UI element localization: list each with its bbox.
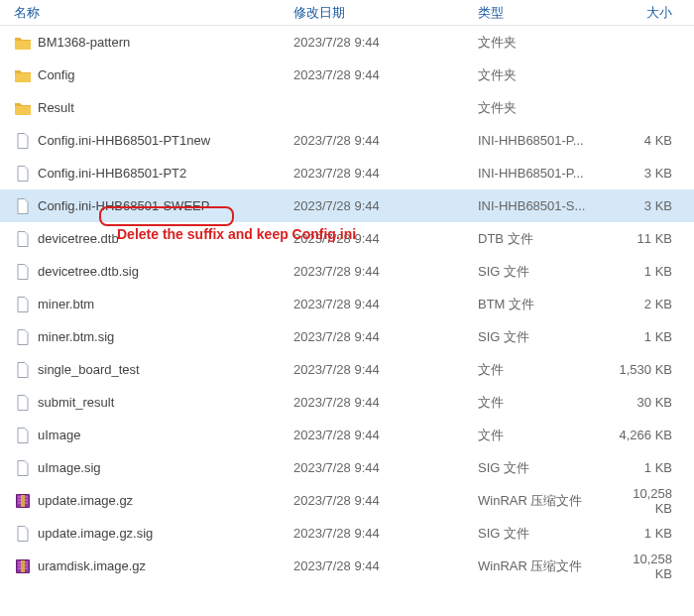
file-row[interactable]: Config2023/7/28 9:44文件夹 — [0, 59, 694, 91]
file-row[interactable]: submit_result2023/7/28 9:44文件30 KB — [0, 386, 694, 419]
file-name: devicetree.dtb.sig — [38, 264, 139, 279]
column-header-name[interactable]: 名称 — [0, 4, 293, 22]
file-type: BTM 文件 — [478, 296, 617, 313]
file-type: SIG 文件 — [478, 525, 617, 543]
file-date: 2023/7/28 9:44 — [293, 297, 478, 311]
file-row[interactable]: uImage.sig2023/7/28 9:44SIG 文件1 KB — [0, 451, 694, 484]
file-row[interactable]: uramdisk.image.gz2023/7/28 9:44WinRAR 压缩… — [0, 550, 694, 582]
file-row[interactable]: Config.ini-HHB68501-PT22023/7/28 9:44INI… — [0, 157, 694, 189]
column-header-date[interactable]: 修改日期 — [293, 4, 478, 22]
file-size: 10,258 KB — [617, 552, 680, 581]
file-row[interactable]: BM1368-pattern2023/7/28 9:44文件夹 — [0, 26, 694, 59]
file-name: update.image.gz.sig — [38, 526, 153, 541]
file-date: 2023/7/28 9:44 — [293, 493, 478, 508]
file-name: BM1368-pattern — [38, 35, 130, 50]
file-icon — [14, 394, 32, 412]
file-name: miner.btm — [38, 297, 94, 311]
file-size: 3 KB — [617, 198, 680, 213]
file-icon — [14, 459, 32, 477]
file-name: update.image.gz — [38, 493, 133, 508]
file-row[interactable]: miner.btm2023/7/28 9:44BTM 文件2 KB — [0, 288, 694, 320]
column-header-row: 名称 修改日期 类型 大小 — [0, 0, 694, 26]
svg-rect-11 — [21, 560, 25, 572]
file-date: 2023/7/28 9:44 — [293, 460, 478, 475]
file-date: 2023/7/28 9:44 — [293, 362, 478, 377]
file-name: Result — [38, 100, 74, 115]
file-name: devicetree.dtb — [38, 231, 119, 246]
file-size: 1 KB — [617, 264, 680, 279]
file-type: SIG 文件 — [478, 459, 617, 477]
file-row[interactable]: Config.ini-HHB68501-SWEEP2023/7/28 9:44I… — [0, 189, 694, 222]
file-date: 2023/7/28 9:44 — [293, 558, 478, 573]
file-type: INI-HHB68501-P... — [478, 166, 617, 181]
file-date: 2023/7/28 9:44 — [293, 428, 478, 442]
file-icon — [14, 165, 32, 183]
file-row[interactable]: devicetree.dtb.sig2023/7/28 9:44SIG 文件1 … — [0, 255, 694, 288]
file-type: 文件 — [478, 394, 617, 412]
file-list: BM1368-pattern2023/7/28 9:44文件夹Config202… — [0, 26, 694, 582]
file-date: 2023/7/28 9:44 — [293, 526, 478, 541]
file-type: 文件夹 — [478, 99, 617, 117]
file-date: 2023/7/28 9:44 — [293, 35, 478, 50]
file-name: Config.ini-HHB68501-PT2 — [38, 166, 186, 181]
file-row[interactable]: Config.ini-HHB68501-PT1new2023/7/28 9:44… — [0, 124, 694, 157]
file-icon — [14, 263, 32, 281]
file-date: 2023/7/28 9:44 — [293, 166, 478, 181]
file-type: SIG 文件 — [478, 328, 617, 346]
archive-icon — [14, 557, 32, 575]
file-date: 2023/7/28 9:44 — [293, 133, 478, 148]
file-icon — [14, 197, 32, 215]
file-size: 1 KB — [617, 460, 680, 475]
file-type: 文件 — [478, 427, 617, 444]
file-type: DTB 文件 — [478, 230, 617, 248]
file-date: 2023/7/28 9:44 — [293, 329, 478, 344]
file-row[interactable]: Result文件夹 — [0, 91, 694, 124]
file-icon — [14, 525, 32, 543]
file-name: Config — [38, 67, 75, 82]
column-header-type[interactable]: 类型 — [478, 4, 617, 22]
folder-icon — [14, 99, 32, 117]
file-name: Config.ini-HHB68501-PT1new — [38, 133, 210, 148]
file-size: 1 KB — [617, 329, 680, 344]
file-type: 文件夹 — [478, 34, 617, 52]
file-size: 30 KB — [617, 395, 680, 410]
file-size: 4,266 KB — [617, 428, 680, 442]
file-size: 11 KB — [617, 231, 680, 246]
file-type: INI-HHB68501-P... — [478, 133, 617, 148]
file-row[interactable]: update.image.gz.sig2023/7/28 9:44SIG 文件1… — [0, 517, 694, 550]
file-explorer: { "columns": { "name": "名称", "date": "修改… — [0, 0, 694, 582]
file-name: submit_result — [38, 395, 114, 410]
file-name: uramdisk.image.gz — [38, 558, 146, 573]
file-icon — [14, 132, 32, 150]
file-row[interactable]: devicetree.dtb2023/7/28 9:44DTB 文件11 KB — [0, 222, 694, 255]
file-icon — [14, 328, 32, 346]
file-type: INI-HHB68501-S... — [478, 198, 617, 213]
file-icon — [14, 296, 32, 313]
file-type: SIG 文件 — [478, 263, 617, 281]
file-row[interactable]: update.image.gz2023/7/28 9:44WinRAR 压缩文件… — [0, 484, 694, 517]
file-type: WinRAR 压缩文件 — [478, 557, 617, 575]
file-name: miner.btm.sig — [38, 329, 114, 344]
column-header-size[interactable]: 大小 — [617, 4, 680, 22]
file-row[interactable]: single_board_test2023/7/28 9:44文件1,530 K… — [0, 353, 694, 386]
file-date: 2023/7/28 9:44 — [293, 231, 478, 246]
file-name: uImage.sig — [38, 460, 101, 475]
file-size: 2 KB — [617, 297, 680, 311]
file-type: 文件 — [478, 361, 617, 379]
file-date: 2023/7/28 9:44 — [293, 67, 478, 82]
file-name: uImage — [38, 428, 80, 442]
file-size: 1 KB — [617, 526, 680, 541]
svg-rect-5 — [21, 495, 25, 507]
file-type: WinRAR 压缩文件 — [478, 492, 617, 510]
file-name: single_board_test — [38, 362, 140, 377]
file-size: 3 KB — [617, 166, 680, 181]
file-icon — [14, 427, 32, 444]
folder-icon — [14, 34, 32, 52]
file-size: 10,258 KB — [617, 486, 680, 516]
file-size: 1,530 KB — [617, 362, 680, 377]
folder-icon — [14, 66, 32, 84]
file-row[interactable]: uImage2023/7/28 9:44文件4,266 KB — [0, 419, 694, 451]
file-row[interactable]: miner.btm.sig2023/7/28 9:44SIG 文件1 KB — [0, 320, 694, 353]
file-size: 4 KB — [617, 133, 680, 148]
file-type: 文件夹 — [478, 66, 617, 84]
